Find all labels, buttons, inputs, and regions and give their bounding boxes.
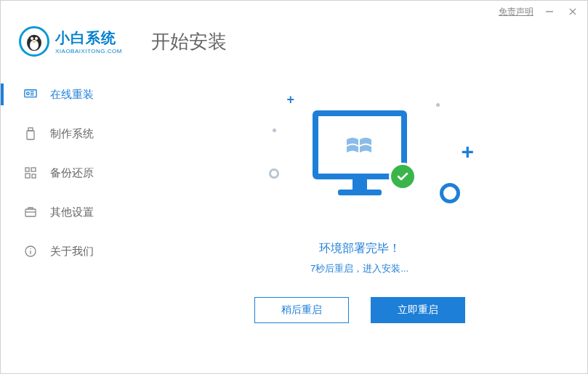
titlebar: 免责声明 — [1, 1, 587, 23]
main-content: + + — [132, 68, 587, 373]
plus-icon: + — [287, 92, 295, 107]
close-button[interactable] — [565, 4, 580, 19]
dot-icon — [273, 129, 276, 132]
svg-rect-11 — [25, 168, 29, 171]
circle-icon — [440, 183, 460, 203]
app-window: 免责声明 小白系统 XIAOBAIXITONG.COM — [0, 0, 588, 374]
svg-rect-14 — [32, 174, 36, 178]
header: 小白系统 XIAOBAIXITONG.COM 开始安装 — [1, 23, 587, 68]
svg-point-6 — [35, 37, 38, 40]
logo-title: 小白系统 — [55, 28, 122, 48]
sidebar: 在线重装 制作系统 — [1, 68, 132, 373]
plus-icon: + — [462, 139, 475, 164]
restart-now-button[interactable]: 立即重启 — [371, 297, 465, 323]
sidebar-item-label: 关于我们 — [50, 245, 94, 259]
windows-logo-icon — [345, 132, 374, 158]
sidebar-item-settings[interactable]: 其他设置 — [1, 192, 132, 232]
grid-icon — [24, 166, 37, 179]
monitor-base — [338, 190, 382, 195]
button-row: 稍后重启 立即重启 — [254, 297, 465, 323]
info-icon — [24, 245, 37, 258]
sidebar-item-backup[interactable]: 备份还原 — [1, 153, 132, 192]
usb-icon — [24, 127, 37, 140]
sidebar-item-about[interactable]: 关于我们 — [1, 232, 132, 271]
logo-icon — [19, 26, 49, 57]
settings-icon — [24, 206, 37, 219]
restart-later-button[interactable]: 稍后重启 — [254, 297, 349, 323]
sidebar-item-label: 备份还原 — [50, 166, 94, 180]
reinstall-icon — [24, 88, 37, 101]
body: 在线重装 制作系统 — [1, 68, 587, 373]
sidebar-item-label: 在线重装 — [50, 88, 94, 102]
dot-icon — [436, 103, 440, 107]
svg-rect-13 — [25, 174, 30, 178]
checkmark-badge-icon — [389, 163, 416, 190]
svg-point-8 — [27, 92, 30, 95]
svg-rect-15 — [25, 209, 36, 216]
svg-point-5 — [31, 37, 33, 40]
page-title: 开始安装 — [151, 29, 227, 54]
status-countdown: 7秒后重启，进入安装... — [310, 262, 408, 275]
logo-subtitle: XIAOBAIXITONG.COM — [55, 48, 122, 54]
illustration: + + — [229, 96, 491, 227]
sidebar-item-label: 制作系统 — [50, 127, 94, 141]
status-title: 环境部署完毕！ — [319, 241, 400, 256]
minimize-button[interactable] — [542, 4, 557, 19]
sidebar-item-reinstall[interactable]: 在线重装 — [1, 75, 132, 114]
circle-icon — [269, 168, 279, 179]
sidebar-item-label: 其他设置 — [50, 206, 94, 219]
sidebar-item-create[interactable]: 制作系统 — [1, 114, 132, 153]
svg-rect-10 — [27, 131, 34, 139]
svg-rect-12 — [31, 168, 36, 171]
disclaimer-link[interactable]: 免责声明 — [499, 6, 533, 18]
logo: 小白系统 XIAOBAIXITONG.COM — [19, 26, 122, 57]
